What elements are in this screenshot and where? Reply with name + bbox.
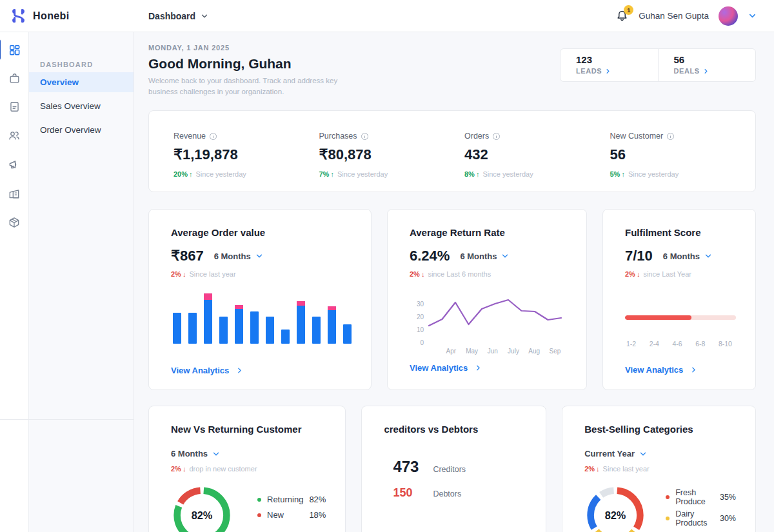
sidebar-icon-dashboard[interactable] xyxy=(8,44,21,56)
notification-badge: 1 xyxy=(624,5,633,15)
card-note: drop in new customer xyxy=(189,465,257,473)
card-note: since Last Year xyxy=(643,270,691,278)
period-dropdown[interactable]: 6 Months xyxy=(214,251,264,261)
leads-value: 123 xyxy=(576,54,658,65)
info-icon[interactable] xyxy=(493,133,500,140)
brand[interactable]: Honebi xyxy=(0,7,134,25)
bar xyxy=(173,313,181,344)
card-value: 7/10 xyxy=(625,248,653,264)
svg-text:July: July xyxy=(508,348,519,355)
chevron-down-icon xyxy=(255,251,264,261)
arrow-down-icon: ↓ xyxy=(637,270,640,278)
svg-text:10: 10 xyxy=(417,326,424,333)
kpi-label: New Customer xyxy=(610,132,664,141)
legend-dot xyxy=(666,495,670,499)
kpi-note: Since yesterday xyxy=(337,170,388,178)
view-analytics-link[interactable]: View Analytics xyxy=(625,365,736,375)
kpi-value: ₹80,878 xyxy=(319,146,465,163)
creditors-value: 473 xyxy=(393,458,433,476)
honebi-logo-icon xyxy=(10,7,27,25)
card-value: 6.24% xyxy=(410,248,450,264)
chevron-right-icon xyxy=(235,366,244,375)
leads-card[interactable]: 123 LEADS xyxy=(561,49,659,81)
card-note: Since last year xyxy=(189,270,235,278)
card-title: Fulfilment Score xyxy=(625,227,736,238)
kpi-revenue: Revenue ₹1,19,878 20%↑Since yesterday xyxy=(174,132,319,192)
view-analytics-link[interactable]: View Analytics xyxy=(171,366,352,375)
chevron-down-icon xyxy=(639,449,648,458)
fulfilment-scale: 1-2 2-4 4-6 6-8 8-10 xyxy=(625,340,736,348)
svg-text:82%: 82% xyxy=(605,509,626,521)
chevron-right-icon xyxy=(702,68,710,75)
cards-row-2: New Vs Returning Customer 6 Months 2%↓dr… xyxy=(148,406,756,532)
deals-card[interactable]: 56 DEALS xyxy=(659,49,756,81)
order-value-bar-chart xyxy=(171,292,352,344)
kpi-note: Since yesterday xyxy=(196,170,246,178)
bar xyxy=(188,313,197,344)
sidebar-icon-customers[interactable] xyxy=(8,129,21,142)
deals-label: DEALS xyxy=(674,67,700,75)
sidebar-icon-orders[interactable] xyxy=(8,72,21,84)
arrow-down-icon: ↓ xyxy=(183,270,186,278)
chevron-right-icon xyxy=(474,364,482,372)
svg-text:Apr: Apr xyxy=(446,348,457,355)
view-analytics-link[interactable]: View Analytics xyxy=(410,363,567,373)
legend-item: Dairy Products 30% xyxy=(666,509,736,527)
quick-stats: 123 LEADS 56 DEALS xyxy=(560,48,756,82)
period-dropdown[interactable]: Current Year xyxy=(584,449,736,458)
fulfilment-progress-fill xyxy=(625,315,691,320)
average-return-rate-card: Average Return Rate 6.24% 6 Months 2%↓si… xyxy=(387,209,587,390)
icon-rail xyxy=(0,32,29,532)
arrow-down-icon: ↓ xyxy=(421,270,425,278)
sidebar-item-sales-overview[interactable]: Sales Overview xyxy=(29,96,134,116)
sidebar-section-label: DASHBOARD xyxy=(40,61,134,68)
legend-dot xyxy=(666,517,670,520)
info-icon[interactable] xyxy=(210,133,217,140)
deals-value: 56 xyxy=(674,54,756,65)
period-dropdown[interactable]: 6 Months xyxy=(663,251,713,261)
kpi-value: ₹1,19,878 xyxy=(174,146,319,163)
megaphone-icon xyxy=(8,158,21,171)
sidebar-icon-marketing[interactable] xyxy=(8,158,21,171)
leads-label: LEADS xyxy=(576,67,602,75)
card-title: New Vs Returning Customer xyxy=(171,424,326,435)
sidebar-icon-inventory[interactable] xyxy=(8,216,21,229)
best-selling-categories-card: Best-Selling Categories Current Year 2%↓… xyxy=(562,406,756,532)
kpi-delta: 5% xyxy=(610,170,620,178)
avatar[interactable] xyxy=(719,6,738,26)
card-title: creditors vs Debtors xyxy=(384,424,526,435)
return-rate-line-chart: 0102030AprMayJunJulyAugSep xyxy=(410,286,567,357)
topbar-right: 1 Guhan Sen Gupta xyxy=(615,6,774,26)
kpi-new-customer: New Customer 56 5%↑Since yesterday xyxy=(610,132,756,192)
info-icon[interactable] xyxy=(361,133,368,140)
kpi-note: Since yesterday xyxy=(482,170,533,178)
sidebar-icon-documents[interactable] xyxy=(8,101,21,113)
svg-text:Jun: Jun xyxy=(488,348,498,355)
sidebar: DASHBOARD Overview Sales Overview Order … xyxy=(29,32,134,532)
profile-chevron-down-icon[interactable] xyxy=(748,11,757,21)
topbar: Honebi Dashboard 1 Guhan Sen Gupta xyxy=(0,0,774,32)
arrow-up-icon: ↑ xyxy=(476,170,480,178)
kpi-note: Since yesterday xyxy=(628,170,679,178)
sidebar-item-overview[interactable]: Overview xyxy=(29,72,134,92)
sidebar-icon-company[interactable] xyxy=(8,187,21,200)
card-title: Average Order value xyxy=(171,227,352,238)
period-dropdown[interactable]: 6 Months xyxy=(460,251,510,261)
notifications-button[interactable]: 1 xyxy=(615,9,629,23)
period-dropdown[interactable]: 6 Months xyxy=(171,449,326,458)
info-icon[interactable] xyxy=(667,133,674,140)
nav-dashboard-dropdown[interactable]: Dashboard xyxy=(148,11,209,21)
customers-legend: Returning 82% New 18% xyxy=(257,495,326,532)
sidebar-item-order-overview[interactable]: Order Overview xyxy=(29,120,134,140)
arrow-up-icon: ↑ xyxy=(621,170,625,178)
kpi-value: 432 xyxy=(464,146,610,163)
card-delta: 2% xyxy=(410,270,420,278)
main-content: MONDAY, 1 JAN 2025 Good Morning, Guhan W… xyxy=(134,32,774,532)
creditors-row: 473 Creditors xyxy=(393,458,526,476)
arrow-down-icon: ↓ xyxy=(183,465,186,473)
kpi-delta: 20% xyxy=(174,170,188,178)
bar xyxy=(312,317,321,344)
arrow-up-icon: ↑ xyxy=(330,170,334,178)
chevron-down-icon xyxy=(212,449,221,458)
package-icon xyxy=(8,216,21,229)
